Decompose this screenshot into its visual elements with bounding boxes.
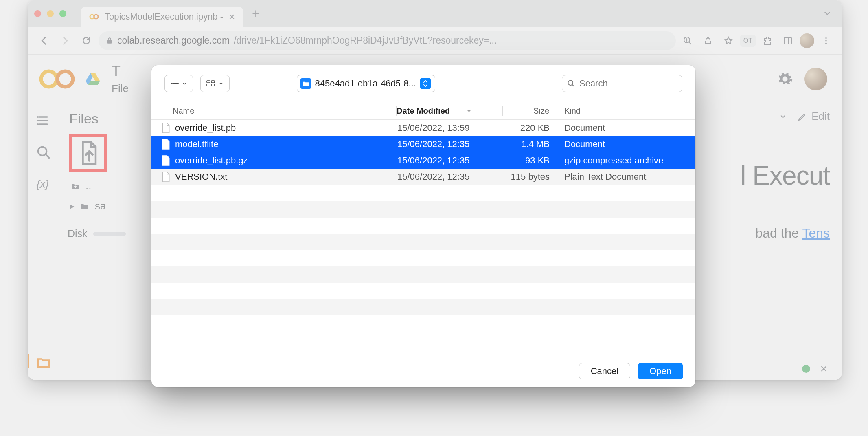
chevron-down-icon (182, 81, 187, 86)
search-input[interactable] (579, 78, 677, 89)
folder-icon (300, 78, 311, 89)
file-date: 15/06/2022, 13:59 (397, 123, 503, 133)
file-size: 115 bytes (503, 172, 556, 182)
sort-indicator-icon (466, 108, 472, 114)
file-row[interactable]: VERSION.txt15/06/2022, 12:35115 bytesPla… (151, 169, 695, 185)
file-row[interactable]: model.tflite15/06/2022, 12:351.4 MBDocum… (151, 136, 695, 152)
blank-row (151, 283, 695, 299)
svg-rect-16 (211, 81, 215, 83)
file-size: 220 KB (503, 123, 556, 133)
document-icon (161, 123, 170, 133)
file-row[interactable]: override_list.pb.gz15/06/2022, 12:3593 K… (151, 152, 695, 169)
file-date: 15/06/2022, 12:35 (397, 139, 503, 150)
blank-row (151, 201, 695, 218)
blank-row (151, 266, 695, 283)
file-name: model.tflite (175, 139, 218, 150)
search-icon (567, 79, 575, 88)
dialog-buttons: Cancel Open (151, 355, 695, 387)
chevron-down-icon (219, 81, 224, 86)
document-icon (161, 139, 170, 150)
file-kind: gzip compressed archive (556, 155, 695, 166)
updown-icon (420, 78, 431, 89)
file-kind: Document (556, 139, 695, 150)
file-name: VERSION.txt (175, 172, 227, 182)
col-date[interactable]: Date Modified (397, 106, 502, 116)
blank-row (151, 218, 695, 234)
svg-rect-15 (207, 81, 210, 83)
svg-point-19 (568, 81, 573, 86)
file-date: 15/06/2022, 12:35 (397, 155, 503, 166)
blank-row (151, 234, 695, 250)
open-button[interactable]: Open (638, 363, 683, 379)
blank-row (151, 299, 695, 315)
file-row[interactable]: override_list.pb15/06/2022, 13:59220 KBD… (151, 120, 695, 136)
column-headers: Name Date Modified Size Kind (151, 102, 695, 120)
file-list: override_list.pb15/06/2022, 13:59220 KBD… (151, 120, 695, 355)
file-open-dialog: 845e4ad1-eb1a-46d5-8... Name Date Modifi… (151, 65, 695, 387)
file-name: override_list.pb.gz (175, 155, 248, 166)
col-size[interactable]: Size (503, 106, 556, 116)
view-list-button[interactable] (164, 75, 193, 92)
file-name: override_list.pb (175, 123, 236, 133)
col-kind[interactable]: Kind (556, 106, 695, 116)
file-kind: Document (556, 123, 695, 133)
file-kind: Plain Text Document (556, 172, 695, 182)
file-size: 93 KB (503, 155, 556, 166)
dialog-toolbar: 845e4ad1-eb1a-46d5-8... (151, 65, 695, 102)
svg-rect-18 (211, 84, 215, 86)
blank-row (151, 185, 695, 201)
folder-popup-button[interactable]: 845e4ad1-eb1a-46d5-8... (297, 75, 435, 92)
view-group-button[interactable] (200, 75, 230, 92)
folder-name: 845e4ad1-eb1a-46d5-8... (315, 78, 416, 89)
blank-row (151, 250, 695, 266)
col-name[interactable]: Name (151, 106, 396, 116)
dialog-search[interactable] (562, 75, 682, 92)
document-icon (161, 172, 170, 182)
document-icon (161, 155, 170, 166)
cancel-button[interactable]: Cancel (579, 363, 630, 379)
file-date: 15/06/2022, 12:35 (397, 172, 503, 182)
file-size: 1.4 MB (503, 139, 556, 150)
svg-rect-17 (207, 84, 210, 86)
